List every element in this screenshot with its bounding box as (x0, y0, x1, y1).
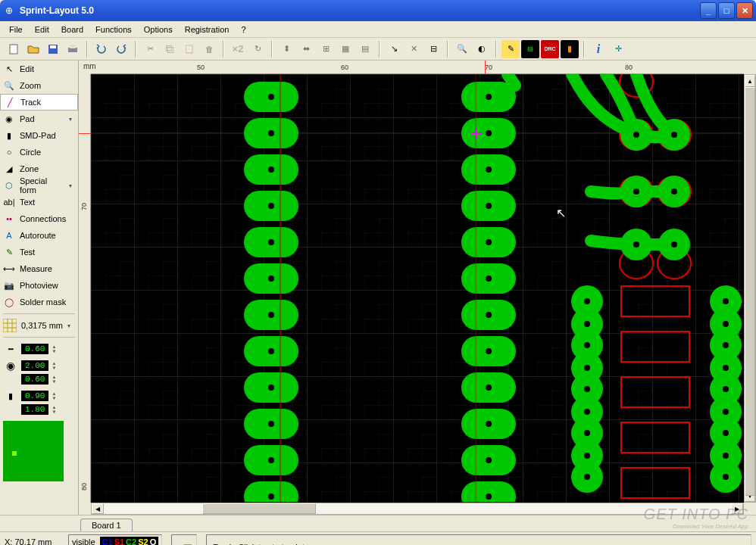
tool-label: Connections (20, 214, 75, 223)
tool-label: Circle (20, 148, 75, 157)
drc-button[interactable]: DRC (541, 40, 559, 58)
menu-registration[interactable]: Registration (179, 23, 236, 36)
contrast-button[interactable]: ◐ (473, 40, 491, 58)
vertical-scrollbar[interactable]: ▲ ▼ (744, 74, 756, 503)
svg-point-92 (486, 457, 492, 463)
tool-label: Edit (20, 64, 75, 73)
stepper[interactable]: ▲▼ (52, 344, 58, 353)
info-button[interactable]: i (589, 40, 608, 58)
edit-icon: ↖ (3, 63, 15, 75)
pcb-canvas[interactable]: ↖ (91, 74, 744, 503)
stepper[interactable]: ▲▼ (52, 405, 58, 414)
menu-options[interactable]: Options (138, 23, 179, 36)
tool-autoroute[interactable]: AAutoroute (0, 227, 78, 244)
svg-point-94 (633, 132, 639, 138)
minimize-button[interactable]: _ (700, 2, 717, 19)
window-title: Sprint-Layout 5.0 (20, 5, 700, 16)
track-icon: ╱ (4, 96, 16, 108)
scroll-up-button[interactable]: ▲ (745, 75, 755, 87)
tool-photoview[interactable]: 📷Photoview (0, 277, 78, 294)
tool-zoom[interactable]: 🔍Zoom (0, 77, 78, 94)
track-width-setting[interactable]: ━ 0.60 ▲▼ (0, 341, 78, 357)
svg-point-78 (268, 385, 274, 391)
pad-inner-setting[interactable]: 0.60 ▲▼ (0, 371, 78, 388)
main-toolbar: ✂ ⿻ 📋 🗑 ×2 ↻ ⬍ ⬌ ⊞ ▦ ▤ ↘ ✕ ⊟ 🔍 ◐ ✎ ▤ DRC… (0, 38, 756, 61)
cut-button[interactable]: ✂ (141, 40, 159, 58)
svg-rect-2 (50, 45, 56, 48)
open-button[interactable] (24, 40, 42, 58)
tool-zone[interactable]: ◢Zone (0, 160, 78, 177)
menu-edit[interactable]: Edit (29, 23, 55, 36)
delete-button[interactable]: 🗑 (200, 40, 218, 58)
ruler-tick: 70 (80, 203, 88, 210)
remove-conn-button[interactable]: ✕ (405, 40, 423, 58)
scroll-thumb[interactable] (202, 503, 316, 514)
tool-smd[interactable]: ▮SMD-Pad (0, 127, 78, 144)
ruler-tick: 80 (80, 483, 88, 490)
new-button[interactable] (5, 40, 23, 58)
svg-point-77 (268, 348, 274, 354)
grid-size-setting[interactable]: 0,3175 mm ▾ (0, 317, 78, 334)
redo-button[interactable] (112, 40, 130, 58)
svg-point-84 (486, 167, 492, 173)
crosshair-button[interactable]: ✛ (609, 40, 627, 58)
ungroup-button[interactable]: ▤ (356, 40, 374, 58)
tool-track[interactable]: ╱Track (0, 94, 78, 111)
group-button[interactable]: ▦ (336, 40, 355, 58)
save-button[interactable] (44, 40, 62, 58)
zoom-tool-button[interactable]: 🔍 (453, 40, 471, 58)
tool-text[interactable]: ab|Text (0, 194, 78, 210)
visible-label: visible (72, 537, 95, 546)
rotate-button[interactable]: ↻ (248, 40, 267, 58)
toolbar-separator (583, 41, 585, 58)
copy-button[interactable]: ⿻ (161, 40, 179, 58)
print-button[interactable] (64, 40, 82, 58)
svg-point-91 (486, 421, 492, 427)
horizontal-scrollbar[interactable]: ◀ ▶ (91, 503, 744, 515)
toolbar-separator (86, 41, 88, 58)
tool-circle[interactable]: ○Circle (0, 144, 78, 160)
macro-button[interactable]: ✎ (501, 40, 520, 58)
scanned-copy-button[interactable]: ▮ (561, 40, 579, 58)
tool-measure[interactable]: ⟷Measure (0, 260, 78, 277)
mirror-h-button[interactable]: ⬍ (277, 40, 295, 58)
tool-label: Zoom (20, 81, 75, 90)
component-button[interactable]: ⊟ (424, 40, 442, 58)
maximize-button[interactable]: □ (718, 2, 735, 19)
toolbar-separator (135, 41, 136, 58)
properties-button[interactable]: ▤ (521, 40, 539, 58)
stepper[interactable]: ▲▼ (52, 361, 58, 370)
undo-button[interactable] (92, 40, 111, 58)
smd-height-setting[interactable]: 1.80 ▲▼ (0, 401, 78, 418)
status-message: Track: Click to start point (206, 534, 751, 546)
menu-board[interactable]: Board (55, 23, 89, 36)
svg-point-87 (486, 276, 492, 282)
mirror-v-button[interactable]: ⬌ (297, 40, 315, 58)
close-button[interactable]: ✕ (736, 2, 753, 19)
scroll-track[interactable] (745, 87, 755, 490)
duplicate-button[interactable]: ×2 (229, 40, 247, 58)
tool-special[interactable]: ⬡Special form▾ (0, 177, 78, 194)
board-preview[interactable] (0, 418, 78, 484)
scroll-left-button[interactable]: ◀ (92, 503, 104, 514)
track-mode-icon[interactable] (171, 534, 197, 546)
tab-board-1[interactable]: Board 1 (80, 519, 133, 531)
stepper[interactable]: ▲▼ (52, 391, 58, 400)
align-button[interactable]: ⊞ (317, 40, 335, 58)
tool-connections[interactable]: ••Connections (0, 210, 78, 227)
stepper[interactable]: ▲▼ (52, 375, 58, 384)
menu-functions[interactable]: Functions (89, 23, 138, 36)
layer-indicator[interactable]: visible C1 S1 C2 S2 O active (68, 534, 162, 546)
scroll-right-button[interactable]: ▶ (731, 503, 743, 514)
scroll-thumb[interactable] (745, 87, 755, 496)
snap-button[interactable]: ↘ (385, 40, 403, 58)
tool-soldermask[interactable]: ◯Solder mask (0, 294, 78, 310)
scroll-track[interactable] (104, 503, 731, 514)
menu-file[interactable]: File (3, 23, 29, 36)
tool-test[interactable]: ✎Test (0, 244, 78, 260)
dropdown-icon: ▾ (69, 182, 75, 189)
menu-help[interactable]: ? (235, 23, 251, 36)
tool-edit[interactable]: ↖Edit (0, 61, 78, 77)
paste-button[interactable]: 📋 (180, 40, 198, 58)
tool-pad[interactable]: ◉Pad▾ (0, 111, 78, 127)
